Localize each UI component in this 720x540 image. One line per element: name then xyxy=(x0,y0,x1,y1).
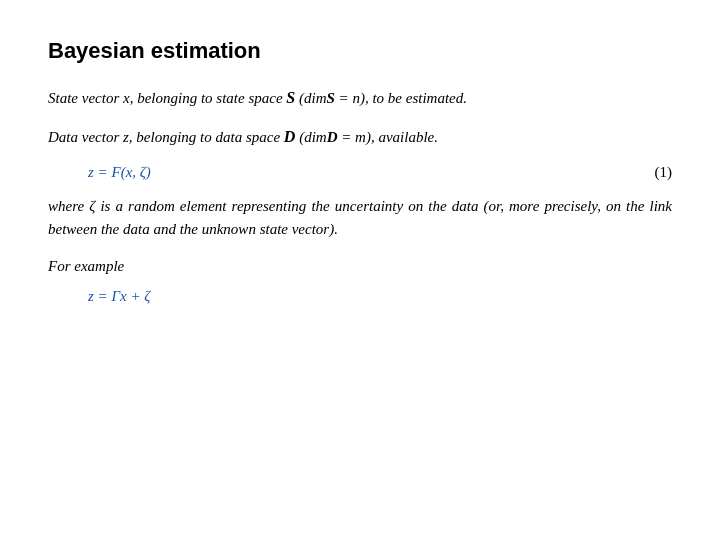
state-vector-paren: (dim xyxy=(299,90,327,106)
equation1-row: z = F(x, ζ) (1) xyxy=(48,164,672,181)
state-vector-close: ), to be estimated. xyxy=(360,90,467,106)
state-vector-eqn: = n xyxy=(335,90,360,106)
equation1-expr: z = F(x, ζ) xyxy=(88,164,635,181)
data-vector-paren: (dim xyxy=(299,129,327,145)
state-vector-paragraph: State vector x, belonging to state space… xyxy=(48,86,672,111)
state-space-italic: state space xyxy=(216,90,282,106)
description-rest: is a random element representing the unc… xyxy=(48,198,672,237)
data-vector-eqm: = m xyxy=(337,129,365,145)
data-vector-paragraph: Data vector z, belonging to data space D… xyxy=(48,125,672,150)
eq1-equals: = xyxy=(94,164,112,180)
description-zeta: ζ xyxy=(89,198,95,214)
data-space-italic: data space xyxy=(216,129,281,145)
eq1-rhs: F xyxy=(111,164,120,180)
data-vector-D2: D xyxy=(327,129,338,145)
state-vector-S: S xyxy=(286,89,295,106)
data-vector-middle: , belonging to xyxy=(129,129,216,145)
page-title: Bayesian estimation xyxy=(48,38,672,64)
eq1-arg: (x, ζ) xyxy=(121,164,151,180)
description-paragraph: where ζ is a random element representing… xyxy=(48,195,672,242)
equation2-expr: z = Γx + ζ xyxy=(48,288,672,305)
equation1-number: (1) xyxy=(655,164,673,181)
state-vector-x: x xyxy=(123,90,130,106)
state-vector-S2: S xyxy=(326,90,334,106)
state-vector-middle: , belonging to xyxy=(130,90,217,106)
data-vector-D: D xyxy=(284,128,296,145)
for-example-label: For example xyxy=(48,255,672,278)
data-vector-close: ), available. xyxy=(366,129,438,145)
description-where: where xyxy=(48,198,84,214)
state-vector-prefix: State vector xyxy=(48,90,123,106)
page-container: Bayesian estimation State vector x, belo… xyxy=(0,0,720,540)
data-vector-prefix: Data vector xyxy=(48,129,123,145)
